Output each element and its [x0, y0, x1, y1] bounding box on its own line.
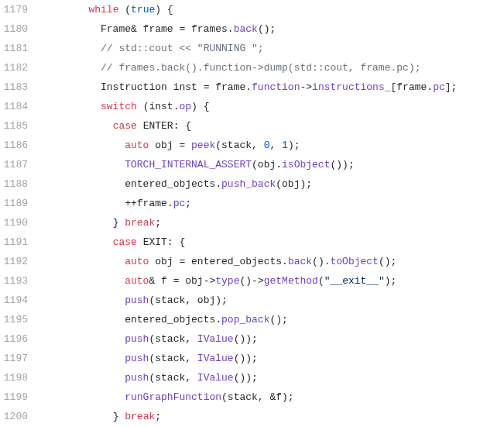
- code-content: switch (inst.op) {: [40, 97, 209, 116]
- code-line: 1179 while (true) {: [0, 0, 504, 19]
- code-content: ++frame.pc;: [40, 194, 191, 213]
- code-line: 1197 push(stack, IValue());: [0, 349, 504, 368]
- code-content: case ENTER: {: [40, 116, 191, 136]
- code-line: 1196 push(stack, IValue());: [0, 329, 504, 349]
- line-number: 1200: [0, 407, 40, 426]
- line-number: 1180: [0, 19, 40, 39]
- code-content: push(stack, IValue());: [40, 329, 258, 349]
- line-number: 1197: [0, 349, 40, 368]
- line-number: 1195: [0, 310, 40, 329]
- code-content: } break;: [40, 213, 161, 232]
- code-line: 1184 switch (inst.op) {: [0, 97, 504, 116]
- line-number: 1179: [0, 0, 40, 19]
- code-line: 1185 case ENTER: {: [0, 116, 504, 136]
- code-line: 1194 push(stack, obj);: [0, 291, 504, 310]
- line-number: 1187: [0, 155, 40, 174]
- line-number: 1196: [0, 329, 40, 349]
- code-line: 1183 Instruction inst = frame.function->…: [0, 77, 504, 97]
- code-content: push(stack, IValue());: [40, 349, 258, 368]
- line-number: 1193: [0, 271, 40, 291]
- line-number: 1186: [0, 136, 40, 155]
- code-content: Instruction inst = frame.function->instr…: [40, 77, 457, 97]
- code-line: 1180 Frame& frame = frames.back();: [0, 19, 504, 39]
- code-block: 1179 while (true) {1180 Frame& frame = f…: [0, 0, 504, 426]
- code-content: entered_objects.push_back(obj);: [40, 174, 312, 194]
- line-number: 1181: [0, 39, 40, 58]
- code-content: auto obj = entered_objects.back().toObje…: [40, 252, 396, 271]
- line-number: 1198: [0, 368, 40, 387]
- line-number: 1199: [0, 387, 40, 407]
- code-line: 1191 case EXIT: {: [0, 232, 504, 252]
- code-content: push(stack, IValue());: [40, 368, 258, 387]
- code-content: runGraphFunction(stack, &f);: [40, 387, 294, 407]
- code-line: 1189 ++frame.pc;: [0, 194, 504, 213]
- code-line: 1187 TORCH_INTERNAL_ASSERT(obj.isObject(…: [0, 155, 504, 174]
- line-number: 1185: [0, 116, 40, 136]
- code-line: 1195 entered_objects.pop_back();: [0, 310, 504, 329]
- code-content: Frame& frame = frames.back();: [40, 19, 276, 39]
- code-line: 1193 auto& f = obj->type()->getMethod("_…: [0, 271, 504, 291]
- line-number: 1194: [0, 291, 40, 310]
- code-line: 1190 } break;: [0, 213, 504, 232]
- line-number: 1184: [0, 97, 40, 116]
- code-line: 1182 // frames.back().function->dump(std…: [0, 58, 504, 77]
- code-line: 1192 auto obj = entered_objects.back().t…: [0, 252, 504, 271]
- code-content: case EXIT: {: [40, 232, 185, 252]
- code-line: 1198 push(stack, IValue());: [0, 368, 504, 387]
- code-line: 1188 entered_objects.push_back(obj);: [0, 174, 504, 194]
- line-number: 1189: [0, 194, 40, 213]
- code-content: TORCH_INTERNAL_ASSERT(obj.isObject());: [40, 155, 355, 174]
- code-content: while (true) {: [40, 0, 173, 19]
- code-content: entered_objects.pop_back();: [40, 310, 288, 329]
- code-content: auto obj = peek(stack, 0, 1);: [40, 136, 300, 155]
- code-line: 1186 auto obj = peek(stack, 0, 1);: [0, 136, 504, 155]
- line-number: 1192: [0, 252, 40, 271]
- line-number: 1183: [0, 77, 40, 97]
- code-line: 1199 runGraphFunction(stack, &f);: [0, 387, 504, 407]
- code-content: // std::cout << "RUNNING ";: [40, 39, 264, 58]
- line-number: 1182: [0, 58, 40, 77]
- code-content: } break;: [40, 407, 161, 426]
- code-line: 1181 // std::cout << "RUNNING ";: [0, 39, 504, 58]
- line-number: 1191: [0, 232, 40, 252]
- code-content: // frames.back().function->dump(std::cou…: [40, 58, 420, 77]
- line-number: 1190: [0, 213, 40, 232]
- code-content: push(stack, obj);: [40, 291, 228, 310]
- code-content: auto& f = obj->type()->getMethod("__exit…: [40, 271, 396, 291]
- line-number: 1188: [0, 174, 40, 194]
- code-line: 1200 } break;: [0, 407, 504, 426]
